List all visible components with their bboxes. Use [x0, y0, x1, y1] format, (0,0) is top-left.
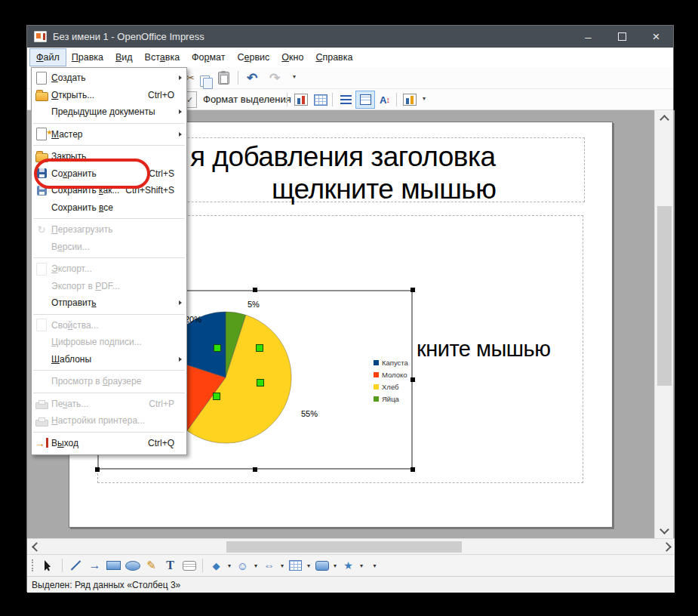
data-table-button[interactable]	[312, 91, 330, 108]
maximize-button[interactable]	[605, 26, 639, 48]
format-selection-button[interactable]: Формат выделения	[198, 91, 296, 107]
menu-item-предыдущие-документы[interactable]: Предыдущие документы	[32, 103, 186, 121]
menu-item-отправить[interactable]: Отправить	[32, 294, 186, 312]
menu-item-label: Выход	[51, 438, 78, 448]
menu-item-создать[interactable]: Создать	[32, 69, 186, 87]
datapoint-selection-handle[interactable]	[213, 393, 220, 400]
menubar-item-вставка[interactable]: Вставка	[139, 49, 186, 66]
paste-button[interactable]	[214, 69, 232, 86]
menubar-item-правка[interactable]: Правка	[66, 49, 109, 66]
ellipse-tool-icon[interactable]	[123, 556, 142, 574]
legend-item[interactable]: Хлеб	[374, 380, 408, 393]
chart-legend[interactable]: КапустаМолокоХлебЯйца	[374, 356, 408, 405]
toolbar-more-icon[interactable]: ▾	[365, 556, 384, 574]
close-button[interactable]: ×	[639, 26, 673, 48]
toolbar-options-icon[interactable]: ▾	[423, 95, 426, 102]
status-text: Выделен: Ряд данных «Столбец 3»	[32, 580, 180, 590]
slice-label-хлеб: 55%	[301, 409, 318, 418]
menu-item-label: Свойства...	[51, 320, 99, 331]
scale-text-button[interactable]: А↕	[376, 91, 394, 108]
redo-button[interactable]: ↷	[266, 69, 284, 86]
legend-item[interactable]: Молоко	[374, 368, 408, 380]
symbol-shapes-icon-dropdown[interactable]: ▾	[252, 556, 260, 574]
object-resize-handle[interactable]	[410, 377, 415, 382]
horizontal-grids-button[interactable]	[337, 91, 355, 108]
block-arrows-icon-dropdown[interactable]: ▾	[278, 556, 286, 574]
rectangle-tool-icon[interactable]	[104, 556, 123, 574]
menu-separator	[33, 218, 185, 219]
horizontal-scroll-thumb[interactable]	[226, 541, 462, 553]
object-resize-handle[interactable]	[95, 467, 100, 472]
symbol-shapes-icon[interactable]: ☺	[233, 556, 252, 574]
legend-item[interactable]: Яйца	[374, 393, 408, 405]
stars-icon[interactable]: ★	[339, 556, 358, 574]
object-resize-handle[interactable]	[253, 467, 257, 472]
menu-item-шаблоны[interactable]: Шаблоны	[32, 351, 186, 368]
minimize-button[interactable]: –	[571, 26, 605, 48]
menubar-item-окно[interactable]: Окно	[275, 49, 309, 66]
arrow-tool-icon[interactable]: →	[85, 556, 104, 574]
flowchart-icon-dropdown[interactable]: ▾	[305, 556, 312, 574]
chart-type-button[interactable]	[292, 91, 310, 108]
copy-button[interactable]	[194, 69, 212, 86]
menu-item-печать-: Печать...Ctrl+P	[32, 396, 186, 413]
horizontal-scrollbar[interactable]	[27, 538, 675, 554]
toolbar-separator	[332, 93, 333, 106]
window-title: Без имени 1 - OpenOffice Impress	[53, 31, 204, 42]
menu-item-мастер[interactable]: ★Мастер	[32, 126, 186, 143]
menu-item-просмотр-в-браузере: Просмотр в браузере	[32, 373, 186, 390]
datapoint-selection-handle[interactable]	[257, 379, 264, 387]
stars-icon-dropdown[interactable]: ▾	[358, 556, 365, 574]
object-resize-handle[interactable]	[410, 467, 415, 472]
select-tool-icon[interactable]	[39, 556, 58, 574]
block-arrows-icon[interactable]: ⇔	[260, 556, 278, 574]
reload-icon: ↻	[32, 223, 51, 236]
menubar-item-формат[interactable]: Формат	[186, 49, 231, 66]
legend-item[interactable]: Капуста	[374, 356, 408, 368]
menu-item-shortcut: Ctrl+Q	[148, 438, 174, 448]
menu-item-label: Просмотр в браузере	[51, 376, 141, 387]
save-highlight-annotation	[34, 159, 150, 189]
scroll-left-icon[interactable]	[33, 544, 40, 550]
object-resize-handle[interactable]	[253, 288, 257, 292]
basic-shapes-icon[interactable]: ◆	[207, 556, 226, 574]
callouts-icon[interactable]	[312, 556, 331, 574]
menu-item-открыть-[interactable]: Открыть...Ctrl+O	[32, 87, 186, 104]
menu-item-выход[interactable]: →ВыходCtrl+Q	[32, 435, 186, 452]
menu-item-цифровые-подписи-: Цифровые подписи...	[32, 334, 186, 351]
menu-separator	[33, 145, 185, 146]
undo-button[interactable]: ↶	[243, 69, 261, 86]
datapoint-selection-handle[interactable]	[214, 344, 221, 352]
datapoint-selection-handle[interactable]	[256, 344, 263, 352]
scroll-up-icon[interactable]	[661, 116, 668, 123]
basic-shapes-icon-dropdown[interactable]: ▾	[226, 556, 233, 574]
toolbar-grip[interactable]	[32, 559, 35, 571]
menu-item-сохранить-все[interactable]: Сохранить все	[32, 199, 186, 217]
scale-text-arrow-icon: ↕	[386, 95, 390, 104]
freeform-line-tool-icon[interactable]: ✎	[142, 556, 161, 574]
paste-icon	[218, 72, 229, 85]
callout-frame-tool-icon[interactable]	[180, 556, 198, 574]
menu-item-label: Печать...	[51, 399, 88, 409]
legend-toggle-button[interactable]	[356, 91, 374, 108]
line-tool-icon[interactable]	[66, 556, 85, 574]
scroll-down-icon[interactable]	[661, 526, 668, 533]
auto-layout-button[interactable]	[401, 91, 419, 108]
menubar-item-справка[interactable]: Справка	[309, 49, 358, 66]
text-tool-icon[interactable]: T	[161, 556, 180, 574]
menu-item-label: Шаблоны	[51, 354, 91, 365]
callouts-icon-dropdown[interactable]: ▾	[331, 556, 339, 574]
print-icon	[32, 398, 51, 409]
menubar-item-файл[interactable]: Файл	[30, 49, 66, 66]
menubar-item-сервис[interactable]: Сервис	[232, 49, 276, 66]
menu-item-перезагрузить: ↻Перезагрузить	[32, 221, 186, 239]
menubar-item-вид[interactable]: Вид	[109, 49, 139, 66]
menu-item-версии-: Версии...	[32, 239, 186, 256]
scroll-right-icon[interactable]	[663, 544, 670, 550]
vertical-scroll-thumb[interactable]	[657, 206, 672, 386]
flowchart-icon[interactable]	[286, 556, 305, 574]
vertical-scrollbar[interactable]	[654, 110, 673, 538]
toolbar-options-icon[interactable]: ▾	[293, 73, 296, 80]
object-resize-handle[interactable]	[410, 288, 415, 292]
legend-label: Яйца	[382, 395, 399, 403]
